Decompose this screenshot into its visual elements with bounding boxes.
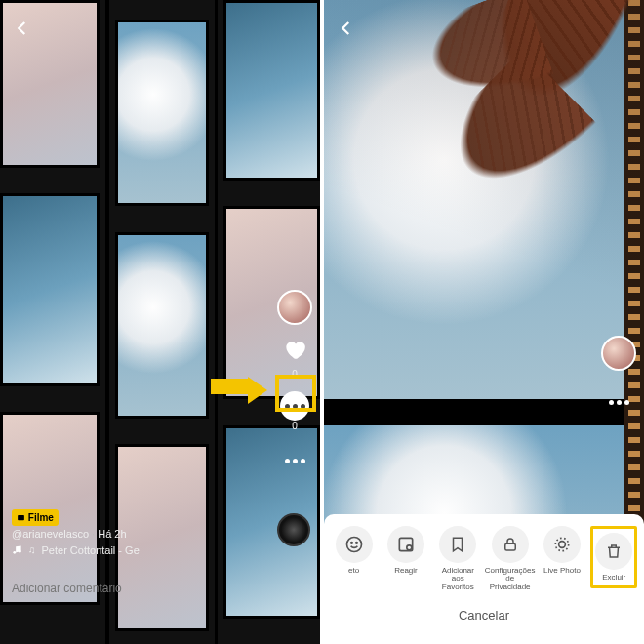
more-button[interactable] xyxy=(601,384,636,420)
music-icon xyxy=(12,544,22,555)
sheet-label: Adicionar aos Favoritos xyxy=(434,567,481,592)
heart-icon xyxy=(282,337,307,369)
react-icon xyxy=(387,526,424,563)
arrow-annotation xyxy=(211,377,267,404)
sheet-item-reagir[interactable]: Reagir xyxy=(382,526,429,576)
badge-label: Filme xyxy=(28,512,54,523)
svg-point-2 xyxy=(19,550,21,553)
username[interactable]: @arianevelasco xyxy=(12,528,89,540)
sheet-item-privacidade[interactable]: Configurações de Privacidade xyxy=(487,526,534,592)
livephoto-icon xyxy=(543,526,581,563)
lock-icon xyxy=(492,526,529,563)
action-sheet: eto Reagir Adicionar aos Favoritos xyxy=(324,514,644,644)
avatar[interactable] xyxy=(601,336,636,371)
add-comment[interactable]: Adicionar comentário xyxy=(12,582,122,595)
svg-point-5 xyxy=(355,542,357,543)
sheet-item-favoritos[interactable]: Adicionar aos Favoritos xyxy=(434,526,481,592)
svg-point-3 xyxy=(346,537,361,551)
video-meta: Filme @arianevelasco · Há 2h ♫ Peter Cot… xyxy=(12,509,140,558)
sheet-label: eto xyxy=(348,567,359,576)
more-button[interactable] xyxy=(277,443,312,478)
highlight-more xyxy=(275,375,316,412)
sheet-label: Configurações de Privacidade xyxy=(485,567,536,592)
music-title: Peter Cottontail - Ge xyxy=(42,543,140,559)
svg-rect-0 xyxy=(18,515,24,520)
screen-left: 0 0 Filme @ xyxy=(0,0,322,644)
sheet-row: eto Reagir Adicionar aos Favoritos xyxy=(328,526,640,592)
tutorial-container: 0 0 Filme @ xyxy=(0,0,644,644)
cancel-button[interactable]: Cancelar xyxy=(328,608,640,623)
back-icon[interactable] xyxy=(14,20,31,42)
comment-count: 0 xyxy=(280,421,309,431)
svg-point-9 xyxy=(559,541,566,547)
trash-icon xyxy=(595,533,632,570)
svg-point-10 xyxy=(555,538,568,550)
smile-icon xyxy=(336,526,373,563)
sheet-label: Excluir xyxy=(602,574,625,583)
bookmark-icon xyxy=(439,526,476,563)
filme-badge: Filme xyxy=(12,509,59,526)
more-icon xyxy=(285,459,305,463)
sheet-item-livephoto[interactable]: Live Photo xyxy=(539,526,585,576)
sheet-label: Reagir xyxy=(394,567,418,576)
svg-point-4 xyxy=(350,542,352,543)
timestamp: Há 2h xyxy=(98,528,126,540)
sheet-item-excluir[interactable]: Excluir xyxy=(590,526,637,589)
like-button[interactable]: 0 xyxy=(282,337,307,380)
sheet-item-eto[interactable]: eto xyxy=(331,526,378,576)
avatar[interactable] xyxy=(277,290,312,325)
svg-rect-8 xyxy=(504,543,515,550)
music-row[interactable]: ♫ Peter Cottontail - Ge xyxy=(12,543,140,559)
more-icon xyxy=(609,400,629,405)
screen-right: eto Reagir Adicionar aos Favoritos xyxy=(322,0,644,644)
side-actions-right xyxy=(601,336,636,420)
svg-point-1 xyxy=(13,551,16,554)
back-icon[interactable] xyxy=(338,20,355,42)
music-disc[interactable] xyxy=(277,513,310,546)
svg-point-7 xyxy=(407,544,412,549)
sheet-label: Live Photo xyxy=(543,567,581,576)
